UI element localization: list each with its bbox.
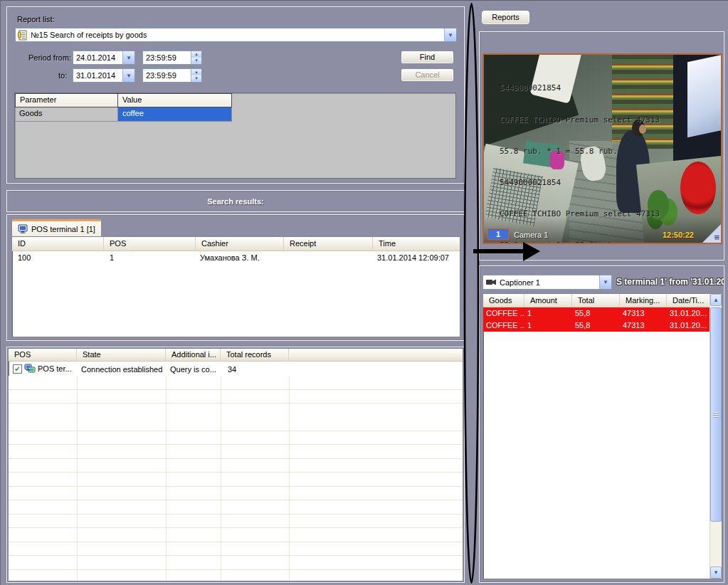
overlay-line: COFFEE TCHIBO Premium select 47313 [500,209,660,220]
time-from-spinner[interactable]: 23:59:59 ▲▼ [142,51,202,65]
overlay-line: 5449000021854 [500,83,660,94]
date-to-combobox[interactable]: 31.01.2014 ▼ [73,68,135,83]
camera-view[interactable]: 5449000021854 COFFEE TCHIBO Premium sele… [482,53,722,244]
report-form-panel: Report list: №15 Search of receipts by g… [6,6,465,184]
search-results-title: Search results: [7,197,464,206]
parameter-column-header[interactable]: Parameter [15,93,118,107]
scrollbar-thumb[interactable] [710,307,722,522]
date-from-dropdown-arrow-icon[interactable]: ▼ [122,51,134,64]
col-pos[interactable]: POS [104,237,196,251]
pos-cell: 1 [104,251,196,264]
date-from-combobox[interactable]: 24.01.2014 ▼ [73,51,135,65]
col-time[interactable]: Time [373,237,460,251]
col-goods[interactable]: Goods [483,294,524,307]
spin-up-icon[interactable]: ▲ [191,51,201,58]
col-empty [289,349,463,361]
date-to-value: 31.01.2014 [73,71,122,80]
captioner-table: Goods Amount Total Marking... Date/Ti...… [482,293,722,579]
captioner-combo-value: Captioner 1 [497,278,599,287]
report-list-value: №15 Search of receipts by goods [28,31,444,39]
col-pos[interactable]: POS [9,349,77,361]
col-total-records[interactable]: Total records [221,349,289,361]
captioner-panel: Captioner 1 ▼ S terminal 1' from '31.01.… [479,265,724,583]
to-label: to: [58,71,67,80]
tab-pos-terminal-1[interactable]: POS terminal 1 [1] [11,219,102,236]
report-list-combobox[interactable]: №15 Search of receipts by goods ▼ [15,28,457,42]
grid-vline [77,376,78,581]
cancel-button[interactable]: Cancel [401,68,454,82]
datetime-cell: 31.01.20... [667,307,709,320]
time-to-spinner[interactable]: 23:59:59 ▲▼ [142,68,202,83]
status-state-cell: Connection established [77,363,166,375]
receipt-row[interactable]: COFFEE ... 1 55,8 47313 31.01.20... [483,320,709,332]
camera-timestamp: 12:50:22 [663,231,694,239]
report-list-dropdown-arrow-icon[interactable]: ▼ [444,28,456,41]
status-total-cell: 34 [221,363,289,375]
overlay-line: 5449000021854 [500,178,660,189]
time-to-spin-buttons[interactable]: ▲▼ [191,69,201,82]
scroll-up-icon[interactable]: ▲ [710,294,722,306]
parameter-row[interactable]: Goods coffee [15,107,455,122]
parameters-table: Parameter Value Goods coffee [14,93,456,179]
captioner-combobox[interactable]: Captioner 1 ▼ [482,275,612,290]
pos-enabled-checkbox[interactable]: ✔ [13,364,22,374]
status-table-grid [9,376,463,581]
scene-monitor-screen [687,55,722,137]
col-receipt[interactable]: Receipt [284,237,373,251]
overlay-line: COFFEE TCHIBO Premium select 47313 [500,115,660,126]
date-to-dropdown-arrow-icon[interactable]: ▼ [122,69,134,82]
spin-down-icon[interactable]: ▼ [191,75,201,82]
period-from-label: Period from: [28,53,71,62]
status-pos-cell: POS ter... [38,364,72,373]
table-row[interactable]: 100 1 Умаханова З. М. 31.01.2014 12:09:0… [12,251,460,264]
pos-monitor-window: Report list: №15 Search of receipts by g… [0,0,728,585]
results-table-header: ID POS Cashier Receipt Time [12,237,460,251]
col-total[interactable]: Total [572,294,620,307]
amount-cell: 1 [524,307,572,320]
status-table-header: POS State Additional i... Total records [9,349,463,362]
find-button[interactable]: Find [401,51,454,64]
status-additional-cell: Query is co... [166,363,221,375]
captioner-dropdown-arrow-icon[interactable]: ▼ [599,275,611,289]
goods-cell: COFFEE ... [483,307,524,320]
spin-up-icon[interactable]: ▲ [191,69,201,75]
grid-vline [166,376,167,581]
col-amount[interactable]: Amount [524,294,572,307]
parameter-name-cell[interactable]: Goods [15,107,118,122]
camera-name: Camera 1 [514,231,548,239]
reports-button[interactable]: Reports [481,10,530,25]
id-cell: 100 [12,251,104,264]
total-cell: 55,8 [572,320,620,332]
report-icon [17,30,28,41]
receipt-cell [284,251,373,264]
cashier-cell: Умаханова З. М. [196,251,284,264]
pos-status-panel: POS State Additional i... Total records … [6,347,465,583]
col-state[interactable]: State [77,349,166,361]
spin-down-icon[interactable]: ▼ [191,58,201,64]
col-id[interactable]: ID [12,237,104,251]
goods-cell: COFFEE ... [483,320,524,332]
tab-label: POS terminal 1 [1] [31,225,95,233]
grid-vline [289,376,290,581]
vertical-scrollbar[interactable]: ▲ ▼ [709,294,722,579]
search-results-band: Search results: [6,190,465,212]
value-column-header[interactable]: Value [118,93,232,107]
camera-menu-icon[interactable]: ≡ [714,233,719,242]
parameter-value-cell[interactable]: coffee [118,107,232,122]
report-list-label: Report list: [17,15,55,23]
status-row[interactable]: ✔ POS ter... Connection established Quer… [9,362,463,376]
video-camera-icon [485,278,497,286]
col-datetime[interactable]: Date/Ti... [667,294,709,307]
time-from-spin-buttons[interactable]: ▲▼ [191,51,201,64]
annotation-ellipse [465,4,478,583]
col-cashier[interactable]: Cashier [196,237,284,251]
total-cell: 55,8 [572,307,620,320]
scroll-down-icon[interactable]: ▼ [710,566,722,579]
col-marking[interactable]: Marking... [620,294,667,307]
camera-overlay-text: 5449000021854 COFFEE TCHIBO Premium sele… [500,63,660,244]
captioner-title: S terminal 1' from '31.01.201 [616,277,724,287]
overlay-line: 55.8 rub. * 1 = 55.8 rub. [500,241,660,244]
receipt-row[interactable]: COFFEE ... 1 55,8 47313 31.01.20... [483,307,709,320]
col-additional[interactable]: Additional i... [166,349,221,361]
time-cell: 31.01.2014 12:09:07 [373,251,460,264]
